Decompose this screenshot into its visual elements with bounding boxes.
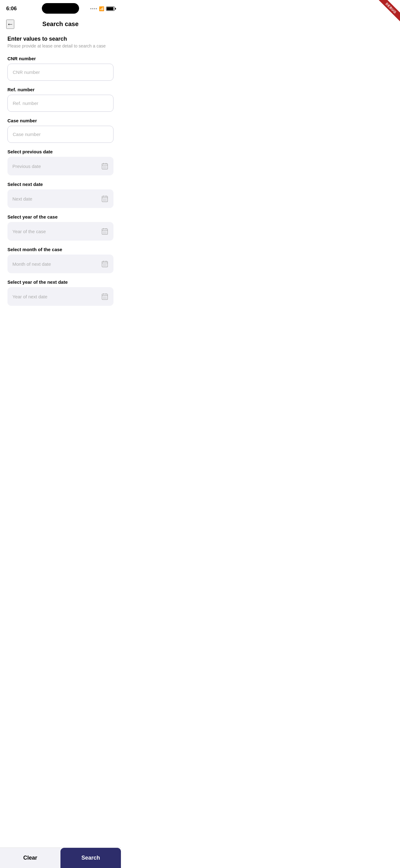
next-date-group: Select next date Next date [7, 182, 113, 208]
month-of-case-label: Select month of the case [7, 247, 113, 252]
year-of-case-placeholder: Year of the case [12, 229, 46, 234]
previous-date-picker[interactable]: Previous date [7, 157, 113, 176]
case-number-input[interactable] [7, 126, 113, 143]
calendar-icon [101, 162, 108, 170]
ref-number-label: Ref. number [7, 87, 113, 92]
page-title: Search case [42, 21, 79, 28]
dynamic-island [42, 3, 79, 14]
svg-rect-29 [106, 233, 106, 234]
status-bar: 6:06 📶 [0, 0, 121, 16]
section-subtitle: Please provide at lease one detail to se… [7, 43, 113, 49]
year-of-next-date-placeholder: Year of next date [12, 294, 47, 299]
ref-number-input[interactable] [7, 95, 113, 112]
next-date-picker[interactable]: Next date [7, 189, 113, 208]
svg-rect-38 [104, 266, 105, 266]
svg-rect-8 [104, 168, 105, 168]
case-number-label: Case number [7, 118, 113, 123]
battery-icon [106, 6, 115, 11]
svg-rect-45 [104, 297, 105, 298]
year-of-case-label: Select year of the case [7, 214, 113, 219]
svg-rect-17 [103, 200, 104, 201]
section-title: Enter values to search [7, 36, 113, 42]
svg-rect-14 [103, 199, 104, 199]
case-number-group: Case number [7, 118, 113, 143]
svg-rect-39 [106, 266, 106, 266]
svg-rect-7 [103, 168, 104, 168]
year-of-case-group: Select year of the case Year of the case [7, 214, 113, 241]
previous-date-label: Select previous date [7, 149, 113, 154]
svg-rect-5 [104, 166, 105, 167]
svg-rect-18 [104, 200, 105, 201]
svg-rect-46 [106, 297, 106, 298]
svg-rect-37 [103, 266, 104, 266]
svg-rect-24 [103, 231, 104, 232]
previous-date-group: Select previous date Previous date [7, 149, 113, 176]
svg-rect-16 [106, 199, 106, 199]
status-time: 6:06 [6, 6, 17, 12]
svg-rect-34 [103, 264, 104, 265]
section-header: Enter values to search Please provide at… [7, 36, 113, 49]
year-of-case-picker[interactable]: Year of the case [7, 222, 113, 241]
svg-rect-47 [103, 298, 104, 299]
svg-rect-19 [106, 200, 106, 201]
svg-rect-4 [103, 166, 104, 167]
previous-date-placeholder: Previous date [12, 164, 41, 169]
ref-number-group: Ref. number [7, 87, 113, 112]
year-of-next-date-label: Select year of the next date [7, 279, 113, 285]
svg-rect-15 [104, 199, 105, 199]
calendar-icon-2 [101, 195, 108, 203]
main-content: Enter values to search Please provide at… [0, 33, 121, 349]
month-of-case-group: Select month of the case Month of next d… [7, 247, 113, 273]
month-of-case-placeholder: Month of next date [12, 261, 51, 267]
svg-rect-48 [104, 298, 105, 299]
svg-rect-25 [104, 231, 105, 232]
calendar-icon-4 [101, 260, 108, 268]
next-date-label: Select next date [7, 182, 113, 187]
next-date-placeholder: Next date [12, 196, 32, 202]
svg-rect-9 [106, 168, 106, 168]
svg-rect-49 [106, 298, 106, 299]
svg-rect-35 [104, 264, 105, 265]
svg-rect-6 [106, 166, 106, 167]
year-of-next-date-group: Select year of the next date Year of nex… [7, 279, 113, 306]
cnr-number-group: CNR number [7, 56, 113, 81]
svg-rect-26 [106, 231, 106, 232]
signal-icon [90, 8, 97, 9]
calendar-icon-3 [101, 227, 108, 235]
cnr-number-input[interactable] [7, 64, 113, 81]
svg-rect-28 [104, 233, 105, 234]
month-of-case-picker[interactable]: Month of next date [7, 254, 113, 273]
svg-rect-27 [103, 233, 104, 234]
year-of-next-date-picker[interactable]: Year of next date [7, 287, 113, 306]
calendar-icon-5 [101, 293, 108, 300]
wifi-icon: 📶 [99, 6, 104, 11]
cnr-number-label: CNR number [7, 56, 113, 61]
status-icons: 📶 [90, 6, 115, 11]
svg-rect-36 [106, 264, 106, 265]
back-button[interactable]: ← [6, 20, 14, 29]
svg-rect-44 [103, 297, 104, 298]
nav-header: ← Search case [0, 16, 121, 33]
